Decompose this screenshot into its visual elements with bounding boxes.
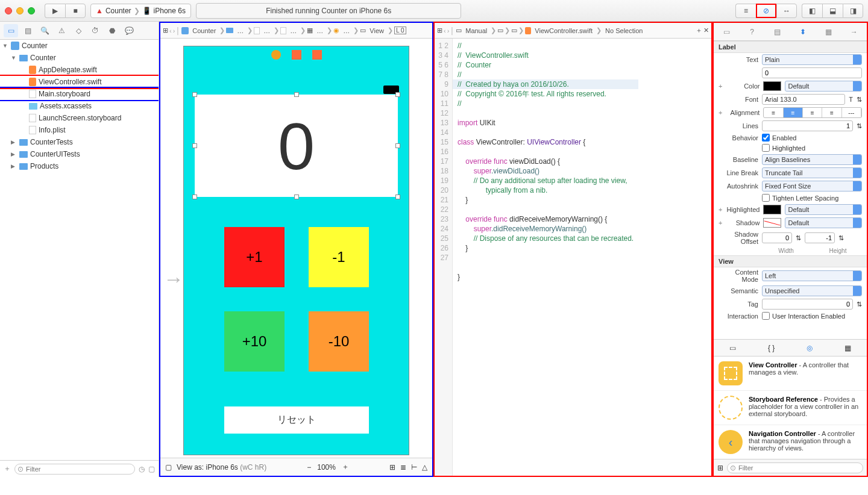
file-template-tab[interactable]: ▭ <box>729 344 736 352</box>
inspector-body[interactable]: Label TextPlain +ColorDefault FontArial … <box>714 41 867 339</box>
back-icon[interactable]: ‹ <box>444 27 446 34</box>
project-tree[interactable]: ▼Counter ▼Counter AppDelegate.swift View… <box>0 40 159 460</box>
pin-icon[interactable]: ⊢ <box>411 463 417 472</box>
identity-inspector-tab[interactable]: ▤ <box>770 25 785 39</box>
assistant-jump-bar[interactable]: ⊞ ‹ › │ ▭Manual❯ ▭❯ ▭❯ ViewController.sw… <box>435 23 711 39</box>
resolve-icon[interactable]: △ <box>422 463 427 472</box>
autoshrink-popup[interactable]: Fixed Font Size <box>762 181 862 191</box>
tree-folder[interactable]: ▶Products <box>0 160 159 172</box>
forward-icon[interactable]: › <box>447 27 450 34</box>
zoom-in-button[interactable]: ＋ <box>342 462 349 472</box>
scheme-selector[interactable]: ▲ Counter ❯ 📱 iPhone 6s <box>90 4 191 18</box>
zoom-out-button[interactable]: − <box>307 463 311 472</box>
related-items-icon[interactable]: ⊞ <box>437 26 442 34</box>
user-interaction-checkbox[interactable]: User Interaction Enabled <box>762 312 845 320</box>
object-library-tab[interactable]: ◎ <box>807 344 813 352</box>
ib-canvas[interactable]: → 0 +1 -1 +10 <box>160 39 432 458</box>
close-icon[interactable] <box>5 7 12 14</box>
close-assistant-icon[interactable]: ✕ <box>703 26 709 34</box>
test-navigator-tab[interactable]: ◇ <box>71 24 86 37</box>
report-navigator-tab[interactable]: 💬 <box>122 24 136 37</box>
run-button[interactable]: ▶ <box>45 4 65 18</box>
tree-file[interactable]: LaunchScreen.storyboard <box>0 112 159 124</box>
shadow-swatch[interactable] <box>763 218 781 228</box>
semantic-popup[interactable]: Unspecified <box>762 285 862 296</box>
align-icon[interactable]: ≣ <box>400 463 406 472</box>
scene-view[interactable]: 0 +1 -1 +10 -10 リセット <box>183 46 409 455</box>
tree-folder[interactable]: ▶CounterUITests <box>0 148 159 160</box>
exit-icon[interactable] <box>312 50 322 60</box>
highlighted-swatch[interactable] <box>763 205 781 214</box>
file-inspector-tab[interactable]: ▭ <box>719 25 734 39</box>
library-item[interactable]: ‹ Navigation Controller - A controller t… <box>714 425 867 459</box>
plus-ten-button[interactable]: +10 <box>224 311 285 372</box>
tighten-checkbox[interactable]: Tighten Letter Spacing <box>762 194 838 202</box>
quickhelp-inspector-tab[interactable]: ? <box>744 25 760 39</box>
color-swatch[interactable] <box>763 81 781 91</box>
view-as-label[interactable]: View as: iPhone 6s (wC hR) <box>177 463 266 472</box>
shadow-width-field[interactable] <box>762 232 792 243</box>
recent-filter-icon[interactable]: ◷ <box>139 465 145 473</box>
grid-view-icon[interactable]: ⊞ <box>717 464 723 472</box>
lines-field[interactable] <box>762 120 853 131</box>
code-content[interactable]: // // ViewController.swift // Counter //… <box>453 39 634 476</box>
breakpoint-navigator-tab[interactable]: ⬣ <box>105 24 119 37</box>
linebreak-popup[interactable]: Truncate Tail <box>762 167 862 178</box>
reset-button[interactable]: リセット <box>224 406 369 434</box>
library-item[interactable]: View Controller - A controller that mana… <box>714 356 867 391</box>
tag-field[interactable] <box>762 299 853 310</box>
forward-icon[interactable]: › <box>173 27 175 34</box>
add-assistant-icon[interactable]: ＋ <box>696 26 702 35</box>
shadow-height-field[interactable] <box>805 232 835 243</box>
toggle-debug-button[interactable]: ⬓ <box>822 4 843 18</box>
symbol-navigator-tab[interactable]: ▤ <box>20 24 35 37</box>
navigator-filter-input[interactable] <box>14 464 135 475</box>
scm-filter-icon[interactable]: ▢ <box>148 465 155 473</box>
issue-navigator-tab[interactable]: ⚠ <box>54 24 69 37</box>
font-stepper[interactable]: ⇅ <box>857 96 862 104</box>
tree-file[interactable]: AppDelegate.swift <box>0 64 159 76</box>
minus-ten-button[interactable]: -10 <box>309 311 369 372</box>
highlighted-popup[interactable]: Default <box>785 204 862 215</box>
alignment-segment[interactable]: ≡≡≡≡--- <box>763 107 862 118</box>
enabled-checkbox[interactable]: Enabled <box>762 134 796 142</box>
media-library-tab[interactable]: ▦ <box>844 344 851 352</box>
lines-stepper[interactable]: ⇅ <box>857 122 862 130</box>
zoom-icon[interactable] <box>28 7 35 14</box>
size-inspector-tab[interactable]: ▦ <box>820 25 836 39</box>
plus-one-button[interactable]: +1 <box>224 227 285 287</box>
tree-folder[interactable]: ▼Counter <box>0 52 159 64</box>
text-value-field[interactable] <box>762 67 862 78</box>
vc-icon[interactable] <box>271 50 281 60</box>
tree-folder[interactable]: ▶CounterTests <box>0 136 159 148</box>
related-items-icon[interactable]: ⊞ <box>163 26 168 34</box>
standard-editor-button[interactable]: ≡ <box>735 4 756 18</box>
ib-jump-bar[interactable]: ⊞ ‹ › │ Counter❯ …❯ …❯ …❯ ▦…❯ ◉…❯ ▭View❯… <box>160 23 432 39</box>
find-navigator-tab[interactable]: 🔍 <box>37 24 52 37</box>
minus-one-button[interactable]: -1 <box>309 227 369 287</box>
assistant-editor-button[interactable]: ⊘ <box>756 4 776 18</box>
debug-navigator-tab[interactable]: ⏱ <box>88 24 102 37</box>
shadow-popup[interactable]: Default <box>785 217 862 228</box>
library-filter-input[interactable] <box>727 462 863 473</box>
contentmode-popup[interactable]: Left <box>762 270 862 281</box>
font-field[interactable]: Arial 133.0 <box>762 94 845 105</box>
code-snippet-tab[interactable]: { } <box>768 344 775 352</box>
stack-icon[interactable]: ⊞ <box>389 463 395 472</box>
tree-file[interactable]: Assets.xcassets <box>0 100 159 112</box>
project-navigator-tab[interactable]: ▭ <box>4 24 18 37</box>
outline-toggle-icon[interactable]: ▢ <box>165 463 172 472</box>
version-editor-button[interactable]: ↔ <box>776 4 797 18</box>
stop-button[interactable]: ■ <box>65 4 86 18</box>
connections-inspector-tab[interactable]: → <box>846 25 862 39</box>
highlighted-checkbox[interactable]: Highlighted <box>762 144 805 152</box>
text-mode-popup[interactable]: Plain <box>762 54 862 65</box>
source-editor[interactable]: 1 2 3 4 5 6 7 8 9 10 11 12 13 14 15 16 1… <box>435 39 711 476</box>
add-button[interactable]: ＋ <box>4 464 11 474</box>
library-item[interactable]: Storyboard Reference - Provides a placeh… <box>714 391 867 425</box>
first-responder-icon[interactable] <box>292 50 301 60</box>
color-popup[interactable]: Default <box>785 81 862 92</box>
back-icon[interactable]: ‹ <box>169 27 172 34</box>
tree-file-selected[interactable]: ViewController.swift <box>0 76 159 88</box>
baseline-popup[interactable]: Align Baselines <box>762 154 862 165</box>
